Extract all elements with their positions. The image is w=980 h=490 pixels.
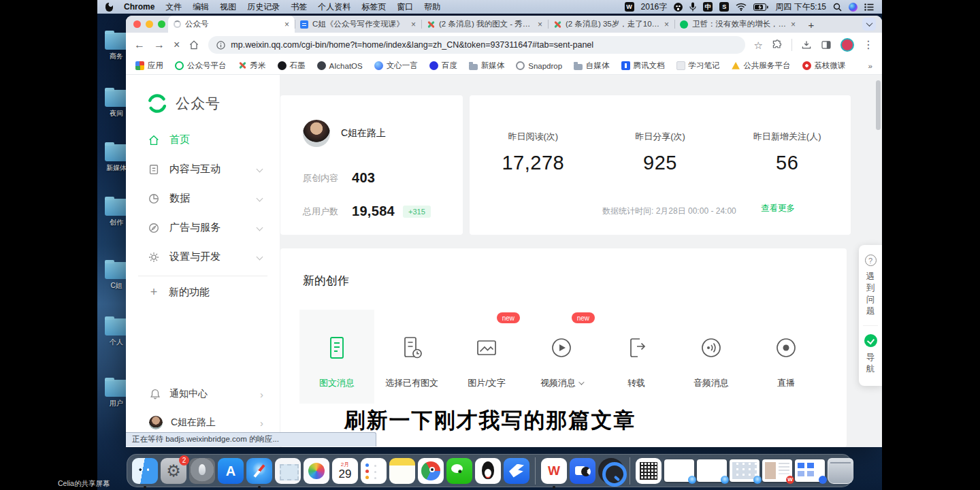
menu-item-edit[interactable]: 编辑	[193, 1, 209, 13]
bookmark-folder-selfmedia[interactable]: 自媒体	[574, 61, 610, 71]
minimized-finder-window[interactable]	[730, 459, 760, 482]
microphone-icon[interactable]	[689, 2, 696, 12]
tab-search-chevron-button[interactable]	[862, 18, 876, 31]
close-window-button[interactable]	[133, 20, 141, 28]
creation-item-existing-article[interactable]: 选择已有图文	[374, 310, 449, 404]
forward-button[interactable]: →	[154, 39, 165, 50]
side-panel-button[interactable]	[821, 39, 832, 50]
tab-xiumi-article[interactable]: (2 条消息) 35岁，走了10年弯 ×	[548, 16, 674, 33]
menu-app-name[interactable]: Chrome	[124, 2, 154, 12]
sidebar-item-settings[interactable]: 设置与开发	[126, 242, 280, 272]
menu-item-profiles[interactable]: 个人资料	[318, 1, 350, 13]
creation-item-image-text[interactable]: new 图片/文字	[449, 310, 524, 404]
menu-item-history[interactable]: 历史记录	[247, 1, 280, 13]
emoji-input-icon[interactable]	[674, 3, 683, 12]
tab-close-icon[interactable]: ×	[538, 20, 542, 29]
notes-icon[interactable]	[389, 458, 415, 484]
reminders-icon[interactable]	[361, 458, 387, 484]
tab-writing-course[interactable]: C姐《公众号写作变现课》 ×	[295, 16, 421, 33]
wechat-icon[interactable]	[446, 458, 472, 484]
chrome-icon[interactable]	[418, 458, 444, 484]
address-bar[interactable]: mp.weixin.qq.com/cgi-bin/home?t=home/ind…	[208, 36, 745, 54]
tab-xiumi-mytuwen[interactable]: (2 条消息) 我的图文 - 秀米XIU ×	[421, 16, 548, 33]
tencent-meeting-icon[interactable]	[570, 458, 595, 484]
safari-icon[interactable]	[246, 458, 272, 484]
minimized-safari-window[interactable]	[697, 459, 727, 482]
menu-item-help[interactable]: 帮助	[424, 1, 440, 13]
sidebar-item-content[interactable]: 内容与互动	[126, 154, 280, 184]
quicktime-icon[interactable]	[598, 458, 624, 484]
sidebar-item-home[interactable]: 首页	[126, 125, 280, 154]
wps-status-icon[interactable]: W	[625, 2, 634, 12]
minimize-window-button[interactable]	[146, 20, 153, 28]
minimized-safari-window[interactable]	[664, 459, 694, 482]
stop-reload-button[interactable]: ×	[174, 39, 180, 50]
bookmark-aichatos[interactable]: AIchatOS	[317, 61, 363, 70]
sidebar-item-ads[interactable]: 广告与服务	[126, 213, 280, 242]
more-menu-button[interactable]: ⋮	[863, 39, 874, 50]
home-button[interactable]	[189, 39, 199, 50]
bookmark-star-button[interactable]: ☆	[754, 40, 763, 50]
zoom-window-button[interactable]	[158, 20, 165, 28]
menu-item-file[interactable]: 文件	[165, 1, 182, 13]
bookmark-apps[interactable]: 应用	[135, 61, 163, 71]
profile-avatar[interactable]	[840, 38, 854, 52]
system-preferences-icon[interactable]: ⚙2	[161, 458, 186, 484]
calendar-icon[interactable]: 2月29	[332, 458, 358, 484]
menu-item-window[interactable]: 窗口	[397, 1, 413, 13]
qrcode-window-thumbnail[interactable]	[636, 458, 662, 484]
new-tab-button[interactable]: +	[804, 17, 819, 32]
bookmark-folder-newmedia[interactable]: 新媒体	[469, 61, 505, 71]
tab-weizhe-article[interactable]: 卫哲：没有效率的增长，是在加 ×	[674, 16, 801, 33]
menu-clock[interactable]: 周四 下午5:15	[775, 1, 826, 13]
bookmark-tencent-docs[interactable]: 腾讯文档	[621, 61, 665, 71]
creation-item-video[interactable]: new 视频消息	[524, 310, 599, 404]
bookmark-study-notes[interactable]: 学习笔记	[676, 61, 720, 71]
qq-icon[interactable]	[475, 458, 501, 484]
menu-item-tabs[interactable]: 标签页	[361, 1, 386, 13]
url-text[interactable]: mp.weixin.qq.com/cgi-bin/home?t=home/ind…	[231, 40, 593, 50]
menu-item-bookmarks[interactable]: 书签	[291, 1, 307, 13]
bookmark-public-service[interactable]: 公共服务平台	[732, 61, 791, 71]
control-center-icon[interactable]	[864, 3, 874, 11]
mail-icon[interactable]	[275, 458, 301, 484]
sogou-input-icon[interactable]: S	[719, 2, 729, 12]
bookmark-wenxin[interactable]: 文心一言	[374, 61, 418, 71]
launchpad-icon[interactable]	[189, 458, 215, 484]
extensions-icon[interactable]	[772, 39, 783, 50]
bookmark-shimo[interactable]: 石墨	[278, 61, 306, 71]
creation-item-article[interactable]: 图文消息	[299, 310, 374, 404]
help-item[interactable]: ? 遇到问题	[859, 255, 882, 317]
minimized-meeting-window[interactable]	[795, 459, 825, 482]
tab-close-icon[interactable]: ×	[411, 20, 416, 29]
download-button[interactable]	[801, 39, 812, 50]
siri-icon[interactable]	[849, 3, 858, 12]
bookmark-lizhi[interactable]: 荔枝微课	[802, 61, 846, 71]
bookmark-snapdrop[interactable]: Snapdrop	[516, 61, 562, 70]
wifi-icon[interactable]	[736, 3, 747, 11]
photos-icon[interactable]	[304, 458, 329, 484]
account-photo-avatar[interactable]	[303, 120, 330, 147]
tab-close-icon[interactable]: ×	[664, 20, 669, 29]
tab-gongzhonghao[interactable]: 公众号 ×	[168, 16, 295, 33]
bookmark-gzh-platform[interactable]: 公众号平台	[175, 61, 227, 71]
spotlight-search-icon[interactable]	[833, 3, 842, 12]
bookmark-xiumi[interactable]: 秀米	[238, 61, 266, 71]
sidebar-item-new-features[interactable]: + 新的功能	[138, 276, 267, 308]
menu-item-view[interactable]: 视图	[220, 1, 236, 13]
back-button[interactable]: ←	[134, 39, 145, 50]
nav-item[interactable]: 导航	[859, 334, 882, 375]
creation-item-repost[interactable]: 转载	[599, 310, 674, 404]
bookmarks-overflow-button[interactable]: »	[868, 62, 872, 70]
page-scrollbar[interactable]	[876, 80, 881, 130]
minimized-wps-window[interactable]: W	[762, 459, 792, 482]
tab-close-icon[interactable]: ×	[284, 20, 289, 29]
site-info-icon[interactable]	[216, 41, 225, 50]
trash-icon[interactable]	[828, 458, 853, 484]
battery-icon[interactable]	[753, 3, 768, 11]
thunder-icon[interactable]	[504, 458, 529, 484]
apple-menu-icon[interactable]	[105, 3, 113, 12]
app-store-icon[interactable]: A	[218, 458, 244, 484]
finder-icon[interactable]	[132, 458, 158, 484]
wps-icon[interactable]: W	[541, 458, 567, 484]
